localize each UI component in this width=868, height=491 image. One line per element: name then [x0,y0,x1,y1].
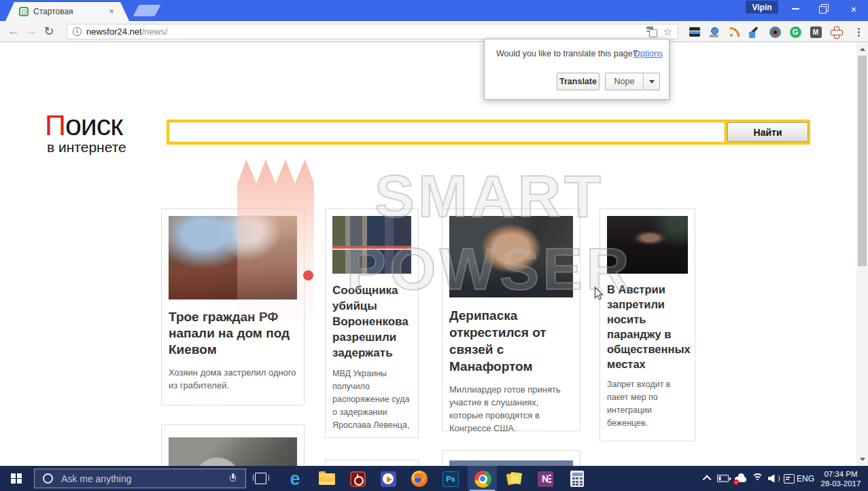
tab-startpage[interactable]: Стартовая × [5,2,129,21]
color-picker-icon[interactable] [746,24,763,40]
taskbar-photoshop-icon[interactable]: Ps [441,469,460,488]
article-image-blue-scene[interactable] [449,460,573,466]
url-text[interactable]: newsfor24.net/news/ [86,26,646,37]
nope-dropdown-arrow[interactable] [643,73,660,90]
article-card[interactable]: Сообщника убийцы Вороненкова разрешили з… [325,208,419,438]
back-button[interactable]: ← [5,23,22,39]
microphone-icon[interactable] [230,473,236,484]
taskbar-power-app-icon[interactable] [348,469,367,488]
tab-close-icon[interactable]: × [106,6,117,17]
article-summary: МВД Украины получило распоряжение суда о… [332,367,411,432]
tray-chevron-icon[interactable] [701,466,714,491]
taskbar-file-explorer-icon[interactable] [317,469,336,488]
folder-glyph [319,473,335,485]
article-image-house-after-attack[interactable] [169,216,297,299]
media-player-glyph [381,471,396,487]
translate-button[interactable]: Translate [557,73,600,90]
article-title[interactable]: Трое граждан РФ напали на дом под Киевом [169,309,297,358]
language-indicator[interactable]: ENG [795,466,816,491]
profile-camera-icon[interactable] [706,24,722,40]
article-card-partial[interactable] [442,450,580,466]
minimize-button[interactable] [784,0,807,18]
translate-popup-message: Would you like to translate this page? [496,49,638,58]
scrollbar-thumb[interactable] [858,56,867,266]
close-button[interactable]: × [842,0,865,18]
site-favicon-icon [19,7,29,16]
taskbar-calculator-icon[interactable] [568,469,587,488]
search-button[interactable]: Найти [727,122,808,142]
start-button[interactable] [0,466,33,491]
translate-icon[interactable] [646,26,657,37]
page-info-icon[interactable] [73,27,82,36]
battery-icon[interactable] [716,466,731,491]
browser-window: Стартовая × Vipin × ← → ↻ newsfor24.net/… [0,0,868,491]
user-badge[interactable]: Vipin [746,1,778,14]
scroll-down-arrow-icon[interactable] [856,454,868,465]
article-image-imf-seal[interactable] [169,437,297,466]
article-card[interactable]: Трое граждан РФ напали на дом под Киевом… [161,208,305,405]
article-summary: Хозяин дома застрелил одного из грабител… [169,366,297,392]
scroll-up-arrow-icon[interactable] [856,43,868,54]
watermark-overlay: SMART POWSER [0,42,868,466]
taskbar-edge-icon[interactable]: e [285,469,305,488]
article-summary: Запрет входит в пакет мер по интеграции … [607,378,688,430]
firefox-glyph [411,471,428,487]
taskbar-media-player-icon[interactable] [379,469,398,488]
screenshot-tool-icon[interactable] [687,24,703,40]
article-image-woman-in-niqab[interactable] [607,216,688,274]
bookmark-star-icon[interactable]: ☆ [663,26,672,38]
taskbar-chrome-icon[interactable] [473,469,492,488]
address-bar[interactable]: newsfor24.net/news/ ☆ [67,24,678,39]
article-title[interactable]: Дерипаска открестился от связей с Манафо… [449,307,573,375]
article-title[interactable]: В Австрии запретили носить паранджу в об… [607,282,688,371]
camera-lens-icon[interactable] [767,24,783,40]
article-card-partial[interactable] [325,460,419,466]
color-picker-glyph [749,26,760,37]
onedrive-error-badge: × [733,479,739,485]
volume-icon[interactable] [767,466,780,491]
rss-glyph [729,27,740,37]
browser-menu-icon[interactable] [852,26,865,38]
profile-camera-glyph [709,27,719,37]
article-image-deripaska-portrait[interactable] [449,216,573,297]
article-card[interactable]: В Австрии запретили носить паранджу в об… [600,208,695,441]
search-bar: Найти [167,120,810,145]
cortana-icon [43,473,53,484]
sticky-notes-glyph [506,471,521,486]
logo-title: Поиск [45,109,126,142]
taskbar-firefox-icon[interactable] [410,469,429,488]
article-image-crime-scene[interactable] [332,216,411,274]
taskbar-clock[interactable]: 07:34 PM 28-03-2017 [818,466,863,491]
taskbar-sticky-notes-icon[interactable] [504,469,523,488]
onenote-glyph: N [538,471,553,487]
search-input[interactable] [169,122,725,142]
task-view-button[interactable] [253,472,268,485]
photoshop-glyph: Ps [442,471,459,487]
page-scrollbar[interactable] [856,42,868,466]
translate-popup: Would you like to translate this page? O… [484,39,670,100]
nope-button[interactable]: Nope [605,73,644,90]
forward-button[interactable]: → [23,23,39,39]
grammarly-icon[interactable]: G [787,24,803,40]
calculator-glyph [570,471,584,487]
grammarly-glyph: G [790,26,801,38]
clock-date: 28-03-2017 [821,479,861,488]
action-center-icon[interactable] [782,466,797,491]
rss-icon[interactable] [726,24,742,40]
new-tab-button[interactable] [133,5,160,16]
article-card[interactable]: Дерипаска открестился от связей с Манафо… [442,208,580,431]
taskbar-onenote-icon[interactable]: N [536,469,555,488]
url-host: newsfor24.net [86,26,142,37]
restore-button[interactable] [812,0,835,18]
logo-rest: оиск [65,109,122,141]
monosnap-glyph: M [810,26,822,38]
translate-options-link[interactable]: Options [633,49,663,58]
article-title[interactable]: Сообщника убийцы Вороненкова разрешили з… [332,283,411,361]
cortana-search-box[interactable]: Ask me anything [34,469,246,488]
site-logo: Поиск в интернете [45,109,126,156]
monosnap-icon[interactable]: M [808,24,824,40]
reload-button[interactable]: ↻ [41,23,57,39]
health-plus-icon[interactable] [828,24,844,40]
article-card-partial[interactable] [161,424,305,466]
titlebar: Стартовая × Vipin × [0,0,868,21]
